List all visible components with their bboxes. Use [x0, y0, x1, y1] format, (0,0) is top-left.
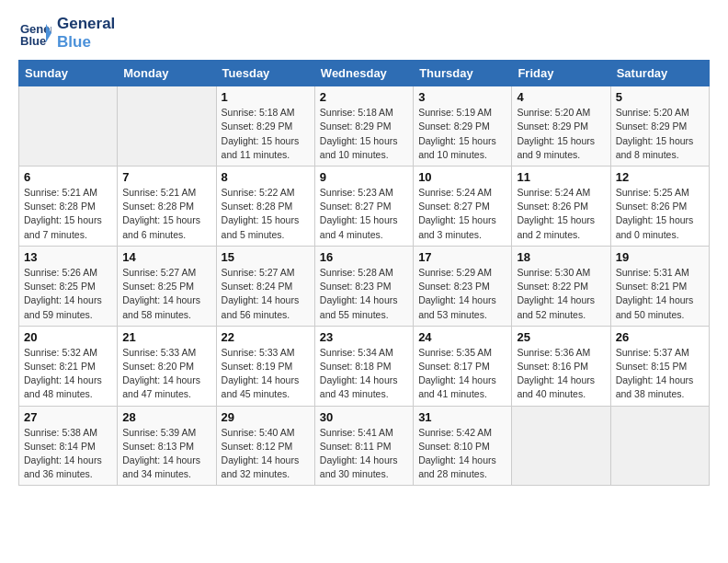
calendar-cell: 5Sunrise: 5:20 AMSunset: 8:29 PMDaylight…: [610, 86, 709, 167]
day-number: 28: [122, 410, 210, 424]
day-number: 13: [24, 250, 112, 264]
day-info: Sunrise: 5:22 AMSunset: 8:28 PMDaylight:…: [222, 186, 310, 242]
day-number: 29: [222, 410, 310, 424]
day-info: Sunrise: 5:27 AMSunset: 8:25 PMDaylight:…: [122, 266, 210, 322]
day-info: Sunrise: 5:35 AMSunset: 8:17 PMDaylight:…: [418, 346, 506, 402]
calendar-cell: 23Sunrise: 5:34 AMSunset: 8:18 PMDayligh…: [314, 326, 413, 406]
calendar-cell: 9Sunrise: 5:23 AMSunset: 8:27 PMDaylight…: [314, 166, 413, 246]
col-header-monday: Monday: [118, 61, 216, 86]
day-info: Sunrise: 5:29 AMSunset: 8:23 PMDaylight:…: [418, 266, 506, 322]
day-info: Sunrise: 5:34 AMSunset: 8:18 PMDaylight:…: [320, 346, 408, 402]
calendar-cell: 11Sunrise: 5:24 AMSunset: 8:26 PMDayligh…: [512, 166, 610, 246]
page-header: General Blue General Blue: [18, 15, 710, 51]
day-number: 2: [320, 90, 408, 104]
calendar-cell: 20Sunrise: 5:32 AMSunset: 8:21 PMDayligh…: [19, 326, 118, 406]
calendar-cell: [610, 406, 709, 486]
day-number: 11: [517, 170, 605, 184]
calendar-cell: 30Sunrise: 5:41 AMSunset: 8:11 PMDayligh…: [314, 406, 413, 486]
day-info: Sunrise: 5:24 AMSunset: 8:27 PMDaylight:…: [418, 186, 506, 242]
calendar-cell: 31Sunrise: 5:42 AMSunset: 8:10 PMDayligh…: [414, 406, 512, 486]
day-info: Sunrise: 5:41 AMSunset: 8:11 PMDaylight:…: [320, 426, 408, 482]
day-number: 17: [418, 250, 506, 264]
col-header-sunday: Sunday: [19, 61, 118, 86]
day-info: Sunrise: 5:31 AMSunset: 8:21 PMDaylight:…: [616, 266, 704, 322]
calendar-cell: 8Sunrise: 5:22 AMSunset: 8:28 PMDaylight…: [216, 166, 314, 246]
calendar-cell: 15Sunrise: 5:27 AMSunset: 8:24 PMDayligh…: [216, 246, 314, 326]
calendar-table: SundayMondayTuesdayWednesdayThursdayFrid…: [18, 60, 710, 486]
day-number: 16: [320, 250, 408, 264]
day-info: Sunrise: 5:42 AMSunset: 8:10 PMDaylight:…: [418, 426, 506, 482]
col-header-tuesday: Tuesday: [216, 61, 314, 86]
day-info: Sunrise: 5:28 AMSunset: 8:23 PMDaylight:…: [320, 266, 408, 322]
day-info: Sunrise: 5:19 AMSunset: 8:29 PMDaylight:…: [418, 106, 506, 162]
day-info: Sunrise: 5:21 AMSunset: 8:28 PMDaylight:…: [122, 186, 210, 242]
calendar-cell: 10Sunrise: 5:24 AMSunset: 8:27 PMDayligh…: [414, 166, 512, 246]
col-header-saturday: Saturday: [610, 61, 709, 86]
day-number: 23: [320, 330, 408, 344]
calendar-cell: 14Sunrise: 5:27 AMSunset: 8:25 PMDayligh…: [118, 246, 216, 326]
day-info: Sunrise: 5:38 AMSunset: 8:14 PMDaylight:…: [24, 426, 112, 482]
calendar-cell: 18Sunrise: 5:30 AMSunset: 8:22 PMDayligh…: [512, 246, 610, 326]
day-number: 12: [616, 170, 704, 184]
calendar-cell: 13Sunrise: 5:26 AMSunset: 8:25 PMDayligh…: [19, 246, 118, 326]
day-info: Sunrise: 5:30 AMSunset: 8:22 PMDaylight:…: [517, 266, 605, 322]
day-info: Sunrise: 5:20 AMSunset: 8:29 PMDaylight:…: [517, 106, 605, 162]
col-header-thursday: Thursday: [414, 61, 512, 86]
calendar-cell: 19Sunrise: 5:31 AMSunset: 8:21 PMDayligh…: [610, 246, 709, 326]
day-number: 26: [616, 330, 704, 344]
col-header-wednesday: Wednesday: [314, 61, 413, 86]
day-number: 20: [24, 330, 112, 344]
calendar-cell: [19, 86, 118, 167]
day-number: 22: [222, 330, 310, 344]
day-info: Sunrise: 5:23 AMSunset: 8:27 PMDaylight:…: [320, 186, 408, 242]
day-info: Sunrise: 5:32 AMSunset: 8:21 PMDaylight:…: [24, 346, 112, 402]
calendar-cell: [512, 406, 610, 486]
day-number: 19: [616, 250, 704, 264]
day-number: 8: [222, 170, 310, 184]
calendar-cell: 3Sunrise: 5:19 AMSunset: 8:29 PMDaylight…: [414, 86, 512, 167]
day-info: Sunrise: 5:36 AMSunset: 8:16 PMDaylight:…: [517, 346, 605, 402]
day-number: 9: [320, 170, 408, 184]
day-number: 31: [418, 410, 506, 424]
calendar-cell: 4Sunrise: 5:20 AMSunset: 8:29 PMDaylight…: [512, 86, 610, 167]
calendar-cell: 28Sunrise: 5:39 AMSunset: 8:13 PMDayligh…: [118, 406, 216, 486]
day-number: 5: [616, 90, 704, 104]
day-info: Sunrise: 5:25 AMSunset: 8:26 PMDaylight:…: [616, 186, 704, 242]
day-number: 30: [320, 410, 408, 424]
calendar-cell: 24Sunrise: 5:35 AMSunset: 8:17 PMDayligh…: [414, 326, 512, 406]
day-info: Sunrise: 5:33 AMSunset: 8:19 PMDaylight:…: [222, 346, 310, 402]
day-info: Sunrise: 5:18 AMSunset: 8:29 PMDaylight:…: [222, 106, 310, 162]
calendar-cell: [118, 86, 216, 167]
calendar-cell: 21Sunrise: 5:33 AMSunset: 8:20 PMDayligh…: [118, 326, 216, 406]
day-info: Sunrise: 5:18 AMSunset: 8:29 PMDaylight:…: [320, 106, 408, 162]
logo-text-general: General: [57, 15, 115, 33]
day-number: 25: [517, 330, 605, 344]
day-number: 1: [222, 90, 310, 104]
day-number: 27: [24, 410, 112, 424]
day-info: Sunrise: 5:20 AMSunset: 8:29 PMDaylight:…: [616, 106, 704, 162]
calendar-cell: 1Sunrise: 5:18 AMSunset: 8:29 PMDaylight…: [216, 86, 314, 167]
svg-text:Blue: Blue: [20, 34, 46, 48]
day-info: Sunrise: 5:27 AMSunset: 8:24 PMDaylight:…: [222, 266, 310, 322]
calendar-cell: 27Sunrise: 5:38 AMSunset: 8:14 PMDayligh…: [19, 406, 118, 486]
calendar-cell: 25Sunrise: 5:36 AMSunset: 8:16 PMDayligh…: [512, 326, 610, 406]
logo: General Blue General Blue: [18, 15, 115, 51]
day-number: 6: [24, 170, 112, 184]
day-number: 18: [517, 250, 605, 264]
day-info: Sunrise: 5:24 AMSunset: 8:26 PMDaylight:…: [517, 186, 605, 242]
calendar-cell: 7Sunrise: 5:21 AMSunset: 8:28 PMDaylight…: [118, 166, 216, 246]
day-number: 3: [418, 90, 506, 104]
day-info: Sunrise: 5:39 AMSunset: 8:13 PMDaylight:…: [122, 426, 210, 482]
calendar-cell: 6Sunrise: 5:21 AMSunset: 8:28 PMDaylight…: [19, 166, 118, 246]
calendar-cell: 26Sunrise: 5:37 AMSunset: 8:15 PMDayligh…: [610, 326, 709, 406]
logo-text-blue: Blue: [57, 33, 115, 52]
calendar-cell: 12Sunrise: 5:25 AMSunset: 8:26 PMDayligh…: [610, 166, 709, 246]
day-info: Sunrise: 5:37 AMSunset: 8:15 PMDaylight:…: [616, 346, 704, 402]
day-number: 7: [122, 170, 210, 184]
day-info: Sunrise: 5:33 AMSunset: 8:20 PMDaylight:…: [122, 346, 210, 402]
day-info: Sunrise: 5:26 AMSunset: 8:25 PMDaylight:…: [24, 266, 112, 322]
calendar-cell: 16Sunrise: 5:28 AMSunset: 8:23 PMDayligh…: [314, 246, 413, 326]
day-number: 21: [122, 330, 210, 344]
calendar-cell: 17Sunrise: 5:29 AMSunset: 8:23 PMDayligh…: [414, 246, 512, 326]
day-number: 10: [418, 170, 506, 184]
